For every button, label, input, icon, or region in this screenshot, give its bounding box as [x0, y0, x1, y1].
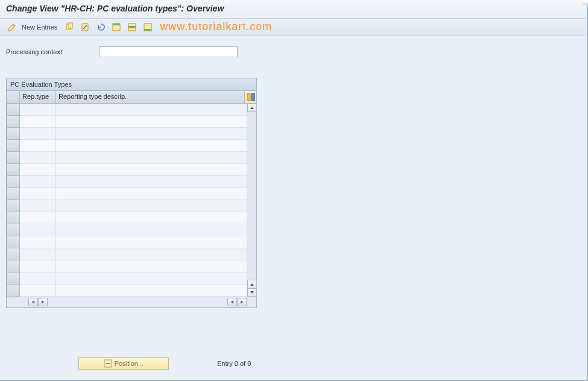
vertical-scrollbar[interactable] [247, 104, 256, 297]
cell-description[interactable] [56, 176, 247, 188]
cell-description[interactable] [56, 248, 247, 260]
cell-description[interactable] [56, 128, 247, 140]
deselect-all-icon[interactable] [142, 21, 154, 33]
cell-rep-type[interactable] [20, 104, 56, 116]
row-selector-header [7, 91, 20, 103]
row-selector[interactable] [7, 128, 20, 140]
cell-rep-type[interactable] [20, 260, 56, 272]
row-selector[interactable] [7, 248, 20, 260]
row-selector[interactable] [7, 116, 20, 128]
cell-description[interactable] [56, 104, 247, 116]
cell-rep-type[interactable] [20, 236, 56, 248]
cell-rep-type[interactable] [20, 128, 56, 140]
scroll-up2-icon[interactable] [247, 280, 257, 288]
cell-description[interactable] [56, 285, 247, 297]
cell-rep-type[interactable] [20, 248, 56, 260]
toggle-change-icon[interactable] [6, 21, 18, 33]
pc-evaluation-types-table: PC Evaluation Types Rep.type Reporting t… [6, 78, 257, 308]
table-row [7, 236, 247, 248]
cell-description[interactable] [56, 164, 247, 176]
table-row [7, 200, 247, 212]
cell-rep-type[interactable] [20, 212, 56, 224]
svg-rect-13 [106, 363, 110, 364]
scroll-up-icon[interactable] [247, 104, 257, 112]
row-selector[interactable] [7, 260, 20, 272]
table-row [7, 224, 247, 236]
cell-rep-type[interactable] [20, 272, 56, 285]
table-row [7, 116, 247, 128]
table-title: PC Evaluation Types [7, 78, 256, 91]
row-selector[interactable] [7, 188, 20, 200]
delete-icon[interactable] [79, 21, 91, 33]
watermark-text: www.tutorialkart.com [160, 20, 272, 33]
cell-rep-type[interactable] [20, 152, 56, 164]
entry-status: Entry 0 of 0 [217, 360, 251, 367]
svg-rect-7 [128, 26, 136, 28]
scroll-left-icon[interactable] [28, 298, 38, 306]
processing-context-input[interactable] [99, 46, 238, 57]
cell-description[interactable] [56, 260, 247, 272]
content-area: Processing context PC Evaluation Types R… [0, 36, 588, 377]
svg-rect-10 [247, 93, 250, 101]
cell-rep-type[interactable] [20, 200, 56, 212]
table-row [7, 260, 247, 272]
column-header-description[interactable]: Reporting type descrip. [56, 91, 244, 103]
table-row [7, 164, 247, 176]
copy-icon[interactable] [63, 21, 75, 33]
table-row [7, 285, 247, 297]
cell-rep-type[interactable] [20, 285, 56, 297]
table-row [7, 152, 247, 164]
row-selector[interactable] [7, 164, 20, 176]
toolbar: New Entries www.tutorialkart.com [0, 19, 588, 36]
cell-description[interactable] [56, 116, 247, 128]
table-row [7, 212, 247, 224]
undo-icon[interactable] [95, 21, 107, 33]
scroll-down-icon[interactable] [247, 288, 257, 297]
table-settings-icon[interactable] [244, 91, 256, 103]
processing-context-row: Processing context [6, 46, 582, 57]
row-selector[interactable] [7, 104, 20, 116]
cell-rep-type[interactable] [20, 164, 56, 176]
cell-description[interactable] [56, 152, 247, 164]
position-icon [104, 359, 112, 368]
column-header-rep-type[interactable]: Rep.type [20, 91, 56, 103]
row-selector[interactable] [7, 140, 20, 152]
cell-description[interactable] [56, 272, 247, 285]
row-selector[interactable] [7, 285, 20, 297]
title-bar: Change View "HR-CH: PC evaluation types"… [0, 0, 588, 19]
row-selector[interactable] [7, 176, 20, 188]
cell-rep-type[interactable] [20, 176, 56, 188]
cell-description[interactable] [56, 212, 247, 224]
scroll-right2-icon[interactable] [237, 298, 247, 306]
row-selector[interactable] [7, 212, 20, 224]
table-row [7, 176, 247, 188]
select-block-icon[interactable] [126, 21, 138, 33]
row-selector[interactable] [7, 224, 20, 236]
row-selector[interactable] [7, 152, 20, 164]
scroll-right-icon[interactable] [38, 298, 48, 306]
page-title: Change View "HR-CH: PC evaluation types"… [6, 4, 224, 13]
cell-rep-type[interactable] [20, 116, 56, 128]
row-selector[interactable] [7, 272, 20, 285]
cell-description[interactable] [56, 140, 247, 152]
table-row [7, 128, 247, 140]
table-row [7, 140, 247, 152]
footer: Position... Entry 0 of 0 [0, 357, 588, 370]
cell-description[interactable] [56, 236, 247, 248]
position-button[interactable]: Position... [78, 357, 169, 370]
cell-rep-type[interactable] [20, 188, 56, 200]
cell-rep-type[interactable] [20, 224, 56, 236]
cell-description[interactable] [56, 200, 247, 212]
cell-description[interactable] [56, 188, 247, 200]
processing-context-label: Processing context [6, 48, 84, 55]
table-header: Rep.type Reporting type descrip. [7, 91, 256, 104]
new-entries-button[interactable]: New Entries [22, 24, 57, 31]
row-selector[interactable] [7, 236, 20, 248]
row-selector[interactable] [7, 200, 20, 212]
cell-description[interactable] [56, 224, 247, 236]
horizontal-scrollbar[interactable] [7, 297, 256, 307]
scroll-left2-icon[interactable] [227, 298, 237, 306]
select-all-icon[interactable] [110, 21, 122, 33]
cell-rep-type[interactable] [20, 140, 56, 152]
svg-rect-1 [68, 23, 72, 28]
